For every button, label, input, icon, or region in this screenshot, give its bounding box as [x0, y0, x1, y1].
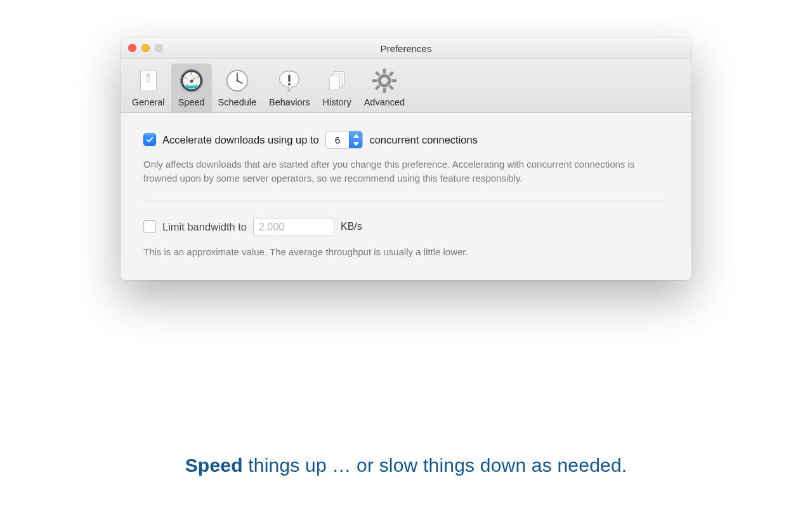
accelerate-row: Accelerate downloads using up to 6 concu… [143, 131, 669, 149]
bandwidth-unit: KB/s [341, 221, 362, 232]
tab-schedule-label: Schedule [218, 97, 256, 107]
bandwidth-input[interactable]: 2.000 [253, 218, 334, 236]
traffic-lights [128, 44, 163, 52]
caption-rest: things up … or slow things down as neede… [243, 455, 627, 476]
bandwidth-help: This is an approximate value. The averag… [143, 245, 669, 259]
accelerate-label-before: Accelerate downloads using up to [162, 134, 319, 146]
titlebar[interactable]: Preferences [121, 38, 691, 59]
tab-schedule[interactable]: Schedule [212, 63, 263, 112]
accelerate-label-after: concurrent connections [369, 134, 478, 146]
bandwidth-label: Limit bandwidth to [162, 221, 247, 233]
svg-point-12 [190, 79, 193, 83]
tab-history[interactable]: History [317, 63, 358, 112]
caption-bold: Speed [185, 455, 243, 476]
svg-point-20 [288, 83, 291, 86]
separator [143, 201, 669, 201]
tab-advanced[interactable]: Advanced [358, 63, 412, 112]
svg-rect-27 [372, 79, 377, 82]
svg-point-33 [381, 77, 388, 84]
tab-behaviors-label: Behaviors [269, 97, 310, 107]
accelerate-help: Only affects downloads that are started … [143, 157, 669, 185]
tab-advanced-label: Advanced [364, 97, 405, 107]
svg-rect-23 [329, 76, 339, 90]
chevron-down-icon[interactable] [350, 140, 362, 148]
tab-history-label: History [323, 97, 351, 107]
tab-speed[interactable]: Speed [171, 63, 212, 112]
svg-rect-26 [383, 88, 386, 93]
connections-stepper[interactable]: 6 [325, 131, 363, 149]
tab-behaviors[interactable]: Behaviors [263, 63, 316, 112]
alert-icon [275, 67, 303, 95]
preferences-toolbar: General [121, 59, 691, 113]
svg-rect-29 [388, 71, 394, 77]
svg-rect-32 [388, 85, 394, 91]
svg-rect-19 [289, 74, 291, 81]
tab-general-label: General [132, 97, 165, 107]
zoom-icon [155, 44, 163, 52]
accelerate-checkbox[interactable] [143, 133, 156, 146]
bandwidth-checkbox[interactable] [143, 220, 156, 233]
speedometer-icon [178, 67, 206, 95]
svg-marker-35 [353, 142, 359, 146]
clock-icon [223, 67, 251, 95]
preferences-window: Preferences General [121, 38, 691, 280]
general-icon [134, 67, 162, 95]
gear-icon [370, 67, 398, 95]
svg-marker-34 [353, 134, 359, 138]
svg-rect-2 [147, 74, 150, 77]
window-title: Preferences [121, 43, 691, 54]
speed-pane: Accelerate downloads using up to 6 concu… [121, 113, 691, 280]
minimize-icon[interactable] [141, 44, 150, 52]
stepper-buttons[interactable] [349, 131, 362, 148]
marketing-caption: Speed things up … or slow things down as… [0, 455, 812, 476]
svg-rect-25 [383, 69, 386, 74]
svg-rect-28 [391, 79, 396, 82]
close-icon[interactable] [128, 44, 136, 52]
bandwidth-row: Limit bandwidth to 2.000 KB/s [143, 218, 669, 236]
documents-icon [323, 67, 351, 95]
svg-rect-30 [375, 85, 381, 91]
svg-rect-31 [375, 71, 381, 77]
svg-point-18 [236, 79, 238, 81]
chevron-up-icon[interactable] [350, 131, 362, 140]
tab-speed-label: Speed [178, 97, 205, 107]
connections-value: 6 [326, 131, 350, 148]
tab-general[interactable]: General [126, 63, 171, 112]
svg-rect-13 [185, 86, 197, 89]
